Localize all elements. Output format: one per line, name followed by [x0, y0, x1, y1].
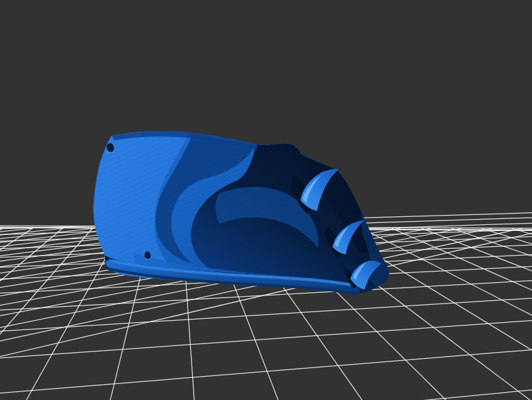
- viewport-3d[interactable]: [0, 0, 532, 400]
- model-3d-spiked-shell[interactable]: [0, 0, 532, 400]
